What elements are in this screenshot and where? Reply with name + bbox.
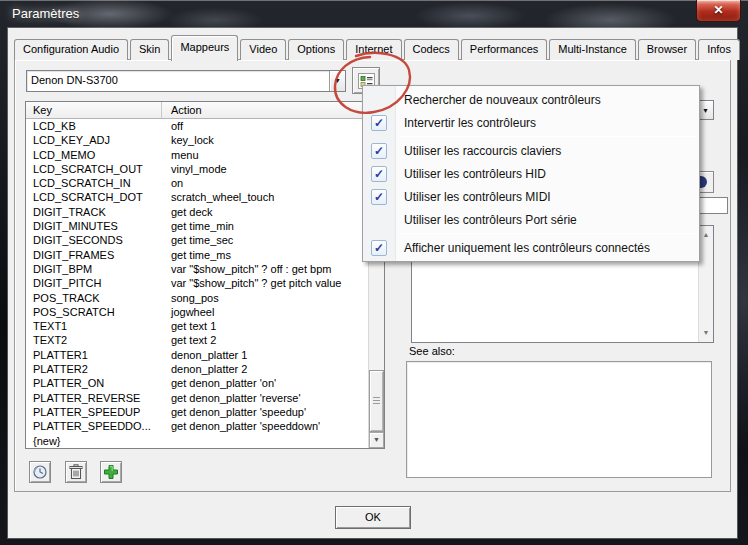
close-button[interactable]: ✕ <box>696 0 741 22</box>
row-key: TEXT2 <box>26 333 162 347</box>
menu-item[interactable]: ✓ Utiliser les contrôleurs Port série <box>363 208 699 231</box>
row-key: DIGIT_SECONDS <box>26 233 162 247</box>
tab-label: Mappeurs <box>180 41 229 53</box>
table-row[interactable]: LCD_MEMO menu <box>26 148 368 162</box>
row-action <box>162 434 368 448</box>
controller-select[interactable]: Denon DN-S3700 ▼ <box>26 70 346 92</box>
table-row[interactable]: DIGIT_FRAMES get time_ms <box>26 248 368 262</box>
checkmark-icon: ✓ <box>371 189 387 205</box>
ok-button-label: OK <box>365 511 381 523</box>
tab[interactable]: Codecs <box>404 39 459 60</box>
menu-item[interactable]: ✓ Utiliser les raccourcis claviers <box>363 139 699 162</box>
titlebar[interactable]: Paramètres ✕ <box>0 0 748 28</box>
see-also-listbox[interactable] <box>406 361 712 478</box>
mapping-table: Key Action LCD_KB off LCD_KEY_ADJ key_lo… <box>25 101 385 449</box>
scrollbar-thumb[interactable] <box>369 370 384 432</box>
row-action: scratch_wheel_touch <box>162 190 368 204</box>
row-action: on <box>162 176 368 190</box>
add-mapping-button[interactable] <box>100 461 122 483</box>
table-row[interactable]: PLATTER_SPEEDDO... get denon_platter 'sp… <box>26 419 368 433</box>
scroll-up-icon[interactable]: ▲ <box>699 228 713 242</box>
row-action: get denon_platter 'speedup' <box>162 405 368 419</box>
menu-item-label: Utiliser les contrôleurs HID <box>404 167 546 181</box>
row-action: get denon_platter 'reverse' <box>162 391 368 405</box>
table-row[interactable]: LCD_SCRATCH_DOT scratch_wheel_touch <box>26 190 368 204</box>
menu-item[interactable]: ✓ Utiliser les contrôleurs HID <box>363 162 699 185</box>
menu-item[interactable]: ✓ Afficher uniquement les contrôleurs co… <box>363 236 699 259</box>
menu-item[interactable]: ✓ Rechercher de nouveaux contrôleurs <box>363 88 699 111</box>
tab[interactable]: Options <box>288 39 344 60</box>
tab[interactable]: Browser <box>638 39 696 60</box>
table-row[interactable]: PLATTER1 denon_platter 1 <box>26 348 368 362</box>
row-key: DIGIT_FRAMES <box>26 248 162 262</box>
tab[interactable]: Configuration Audio <box>14 39 128 60</box>
table-row[interactable]: POS_TRACK song_pos <box>26 291 368 305</box>
table-row[interactable]: DIGIT_SECONDS get time_sec <box>26 233 368 247</box>
tab[interactable]: Skin <box>130 39 169 60</box>
table-row[interactable]: PLATTER_REVERSE get denon_platter 'rever… <box>26 391 368 405</box>
menu-item-label: Utiliser les raccourcis claviers <box>404 144 561 158</box>
table-row[interactable]: TEXT1 get text 1 <box>26 319 368 333</box>
mapping-table-body: LCD_KB off LCD_KEY_ADJ key_lock LCD_MEMO… <box>26 119 368 448</box>
tab-label: Skin <box>139 43 160 55</box>
row-key: PLATTER_SPEEDUP <box>26 405 162 419</box>
ok-button[interactable]: OK <box>335 506 411 529</box>
scroll-down-icon[interactable]: ▼ <box>369 432 384 448</box>
table-row[interactable]: DIGIT_MINUTES get time_min <box>26 219 368 233</box>
tab[interactable]: Multi-Instance <box>549 39 635 60</box>
checkmark-icon: ✓ <box>371 143 387 159</box>
row-action: song_pos <box>162 291 368 305</box>
menu-item[interactable]: ✓ Utiliser les contrôleurs MIDI <box>363 185 699 208</box>
checkmark-icon: ✓ <box>371 240 387 256</box>
table-row[interactable]: PLATTER_ON get denon_platter 'on' <box>26 376 368 390</box>
row-key: PLATTER_ON <box>26 376 162 390</box>
menu-separator <box>398 136 698 137</box>
delete-mapping-button[interactable] <box>65 461 87 483</box>
table-row[interactable]: LCD_SCRATCH_OUT vinyl_mode <box>26 162 368 176</box>
tab-label: Configuration Audio <box>23 43 119 55</box>
row-key: PLATTER_REVERSE <box>26 391 162 405</box>
listbox-scrollbar[interactable]: ▲ ▼ <box>698 226 713 342</box>
tab[interactable]: Performances <box>461 39 547 60</box>
row-key: PLATTER_SPEEDDO... <box>26 419 162 433</box>
menu-item-label: Afficher uniquement les contrôleurs conn… <box>404 241 650 255</box>
settings-window: Paramètres ✕ Configuration Audio Skin Ma… <box>0 0 748 545</box>
table-row[interactable]: DIGIT_BPM var "$show_pitch" ? off : get … <box>26 262 368 276</box>
row-action: jogwheel <box>162 305 368 319</box>
see-also-label: See also: <box>409 345 455 357</box>
row-action: var "$show_pitch" ? off : get bpm <box>162 262 368 276</box>
row-key: LCD_SCRATCH_DOT <box>26 190 162 204</box>
table-row[interactable]: LCD_SCRATCH_IN on <box>26 176 368 190</box>
table-row[interactable]: PLATTER2 denon_platter 2 <box>26 362 368 376</box>
row-key: LCD_KB <box>26 119 162 133</box>
tab[interactable]: Mappeurs <box>171 35 238 61</box>
menu-item-label: Rechercher de nouveaux contrôleurs <box>404 93 601 107</box>
menu-item-label: Utiliser les contrôleurs Port série <box>404 213 577 227</box>
table-row[interactable]: LCD_KEY_ADJ key_lock <box>26 133 368 147</box>
row-key: TEXT1 <box>26 319 162 333</box>
table-row[interactable]: LCD_KB off <box>26 119 368 133</box>
reset-mapper-button[interactable] <box>29 461 51 483</box>
checkmark-icon: ✓ <box>371 115 387 131</box>
tab[interactable]: Video <box>240 39 286 60</box>
table-row[interactable]: TEXT2 get text 2 <box>26 333 368 347</box>
row-key: DIGIT_TRACK <box>26 205 162 219</box>
row-key: POS_SCRATCH <box>26 305 162 319</box>
table-row[interactable]: {new} <box>26 434 368 448</box>
scroll-down-icon[interactable]: ▼ <box>699 326 713 340</box>
tab[interactable]: Infos <box>698 39 740 60</box>
table-row[interactable]: DIGIT_TRACK get deck <box>26 205 368 219</box>
table-row[interactable]: DIGIT_PITCH var "$show_pitch" ? get pitc… <box>26 276 368 290</box>
tab[interactable]: Internet <box>346 39 401 60</box>
tab-label: Options <box>297 43 335 55</box>
checkmark-icon: ✓ <box>371 166 387 182</box>
row-key: LCD_SCRATCH_IN <box>26 176 162 190</box>
table-row[interactable]: PLATTER_SPEEDUP get denon_platter 'speed… <box>26 405 368 419</box>
chevron-down-icon[interactable]: ▼ <box>329 71 345 91</box>
controller-options-menu: ✓ Rechercher de nouveaux contrôleurs ✓ I… <box>362 85 700 262</box>
column-header-key[interactable]: Key <box>26 102 162 118</box>
menu-item[interactable]: ✓ Intervertir les contrôleurs <box>363 111 699 134</box>
tab-label: Internet <box>355 43 392 55</box>
table-row[interactable]: POS_SCRATCH jogwheel <box>26 305 368 319</box>
column-header-action[interactable]: Action <box>162 102 384 118</box>
